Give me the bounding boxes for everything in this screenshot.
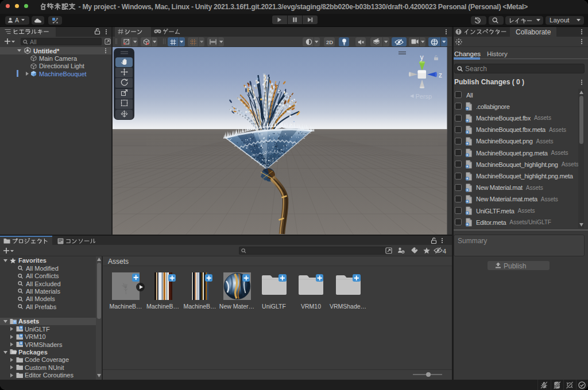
svg-text:Persp: Persp — [416, 93, 432, 100]
svg-text:y: y — [420, 53, 424, 61]
svg-text:z: z — [439, 71, 442, 79]
